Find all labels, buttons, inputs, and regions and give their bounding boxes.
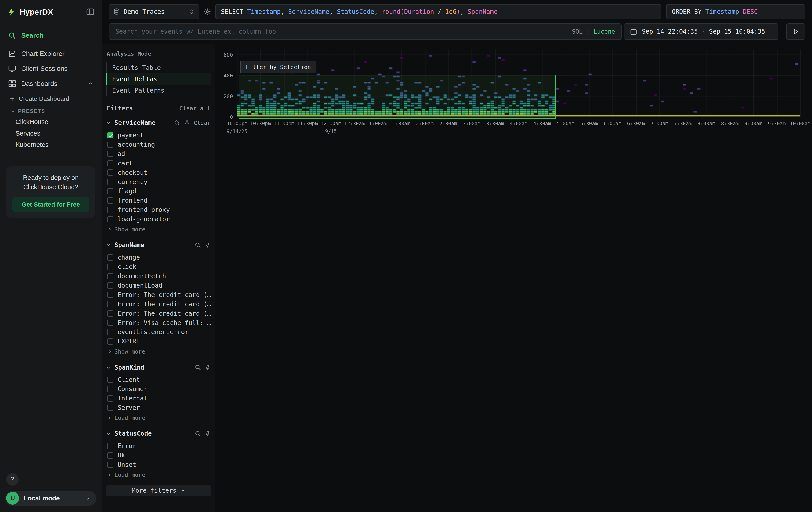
language-toggle-sql[interactable]: SQL bbox=[572, 28, 583, 35]
sidebar-item-client-sessions[interactable]: Client Sessions bbox=[0, 61, 102, 76]
run-search-button[interactable] bbox=[786, 23, 805, 40]
filter-checkbox-row[interactable]: accounting bbox=[106, 140, 211, 150]
checkbox[interactable] bbox=[107, 292, 113, 298]
filter-checkbox-row[interactable]: Error: Visa cache full: … bbox=[106, 318, 211, 327]
time-range-picker[interactable]: Sep 14 22:04:35 - Sep 15 10:04:35 bbox=[624, 23, 778, 40]
checkbox[interactable] bbox=[107, 179, 113, 185]
checkbox[interactable] bbox=[107, 132, 113, 138]
checkbox[interactable] bbox=[107, 462, 113, 468]
filter-group-title[interactable]: SpanKind bbox=[114, 364, 144, 371]
pin-icon[interactable] bbox=[184, 120, 190, 126]
chevron-down-icon[interactable] bbox=[106, 431, 111, 436]
source-settings-button[interactable] bbox=[203, 8, 211, 16]
sidebar-item-chart-explorer[interactable]: Chart Explorer bbox=[0, 46, 102, 61]
filter-checkbox-row[interactable]: Client bbox=[106, 375, 211, 384]
checkbox[interactable] bbox=[107, 386, 113, 392]
checkbox[interactable] bbox=[107, 273, 113, 279]
filter-group-title[interactable]: ServiceName bbox=[114, 119, 155, 127]
filter-checkbox-row[interactable]: Consumer bbox=[106, 384, 211, 394]
filter-checkbox-row[interactable]: Error: The credit card (… bbox=[106, 290, 211, 299]
data-source-select[interactable]: Demo Traces bbox=[109, 4, 199, 19]
checkbox[interactable] bbox=[107, 301, 113, 307]
checkbox[interactable] bbox=[107, 452, 113, 459]
analysis-mode-option[interactable]: Event Patterns bbox=[106, 85, 211, 96]
filter-checkbox-row[interactable]: ad bbox=[106, 149, 211, 159]
analysis-mode-option[interactable]: Results Table bbox=[106, 62, 211, 74]
load-more-link[interactable]: Load more bbox=[106, 470, 211, 479]
filter-by-selection-button[interactable]: Filter by Selection bbox=[240, 60, 316, 73]
sidebar-item-dashboards[interactable]: Dashboards bbox=[0, 76, 102, 91]
filter-checkbox-row[interactable]: documentFetch bbox=[106, 272, 211, 281]
filter-group-title[interactable]: StatusCode bbox=[114, 430, 152, 437]
help-button[interactable]: ? bbox=[6, 473, 19, 486]
chevron-down-icon[interactable] bbox=[106, 243, 111, 247]
sidebar-preset-item[interactable]: Services bbox=[0, 128, 102, 139]
filter-checkbox-row[interactable]: payment bbox=[106, 131, 211, 140]
checkbox[interactable] bbox=[107, 188, 113, 194]
order-by-input[interactable]: ORDER BY Timestamp DESC bbox=[666, 4, 805, 19]
checkbox[interactable] bbox=[107, 141, 113, 148]
checkbox[interactable] bbox=[107, 254, 113, 261]
search-bar[interactable]: SQL | Lucene bbox=[109, 23, 622, 40]
filter-checkbox-row[interactable]: Error: The credit card (… bbox=[106, 299, 211, 309]
filter-checkbox-row[interactable]: Internal bbox=[106, 394, 211, 403]
pin-icon[interactable] bbox=[205, 431, 211, 437]
search-icon[interactable] bbox=[195, 431, 201, 437]
filter-checkbox-row[interactable]: Unset bbox=[106, 460, 211, 469]
filter-group-title[interactable]: SpanName bbox=[114, 241, 144, 249]
search-icon[interactable] bbox=[174, 120, 180, 126]
sidebar-preset-item[interactable]: Kubernetes bbox=[0, 139, 102, 151]
filter-checkbox-row[interactable]: flagd bbox=[106, 187, 211, 196]
select-clause-input[interactable]: SELECT Timestamp, ServiceName, StatusCod… bbox=[215, 4, 661, 19]
presets-toggle[interactable]: PRESETS bbox=[0, 105, 102, 116]
sidebar-preset-item[interactable]: ClickHouse bbox=[0, 116, 102, 128]
filter-checkbox-row[interactable]: load-generator bbox=[106, 215, 211, 224]
clear-all-filters-link[interactable]: Clear all bbox=[179, 105, 210, 111]
checkbox[interactable] bbox=[107, 216, 113, 222]
filter-checkbox-row[interactable]: click bbox=[106, 262, 211, 272]
checkbox[interactable] bbox=[107, 339, 113, 345]
show-more-link[interactable]: Show more bbox=[106, 225, 211, 234]
create-dashboard-button[interactable]: Create Dashboard bbox=[0, 91, 102, 105]
chevron-down-icon[interactable] bbox=[106, 120, 111, 125]
filter-checkbox-row[interactable]: frontend bbox=[106, 196, 211, 205]
filter-checkbox-row[interactable]: frontend-proxy bbox=[106, 205, 211, 215]
chart-selection-region[interactable] bbox=[238, 75, 556, 119]
checkbox[interactable] bbox=[107, 329, 113, 335]
sidebar-item-search[interactable]: Search bbox=[0, 28, 102, 43]
get-started-button[interactable]: Get Started for Free bbox=[12, 197, 89, 212]
filter-checkbox-row[interactable]: change bbox=[106, 253, 211, 262]
checkbox[interactable] bbox=[107, 395, 113, 402]
more-filters-button[interactable]: More filters bbox=[106, 485, 211, 496]
clear-filter-link[interactable]: Clear bbox=[194, 119, 211, 126]
collapse-sidebar-button[interactable] bbox=[86, 8, 94, 15]
checkbox[interactable] bbox=[107, 151, 113, 157]
filter-checkbox-row[interactable]: Error: The credit card (… bbox=[106, 309, 211, 318]
filter-checkbox-row[interactable]: EXPIRE bbox=[106, 337, 211, 346]
search-input[interactable] bbox=[115, 28, 572, 35]
checkbox[interactable] bbox=[107, 160, 113, 166]
checkbox[interactable] bbox=[107, 264, 113, 270]
search-icon[interactable] bbox=[195, 364, 201, 371]
checkbox[interactable] bbox=[107, 207, 113, 213]
checkbox[interactable] bbox=[107, 197, 113, 204]
pin-icon[interactable] bbox=[205, 364, 211, 371]
checkbox[interactable] bbox=[107, 443, 113, 449]
analysis-mode-option[interactable]: Event Deltas bbox=[106, 74, 211, 85]
filter-checkbox-row[interactable]: documentLoad bbox=[106, 281, 211, 290]
filter-checkbox-row[interactable]: currency bbox=[106, 177, 211, 187]
chevron-down-icon[interactable] bbox=[106, 365, 111, 370]
filter-checkbox-row[interactable]: Ok bbox=[106, 451, 211, 460]
filter-checkbox-row[interactable]: Error bbox=[106, 441, 211, 451]
search-icon[interactable] bbox=[195, 242, 201, 248]
checkbox[interactable] bbox=[107, 320, 113, 326]
checkbox[interactable] bbox=[107, 405, 113, 411]
checkbox[interactable] bbox=[107, 282, 113, 289]
show-more-link[interactable]: Show more bbox=[106, 347, 211, 356]
filter-checkbox-row[interactable]: checkout bbox=[106, 168, 211, 177]
load-more-link[interactable]: Load more bbox=[106, 413, 211, 422]
user-menu[interactable]: U Local mode bbox=[5, 491, 96, 506]
language-toggle-lucene[interactable]: Lucene bbox=[593, 28, 615, 35]
checkbox[interactable] bbox=[107, 169, 113, 176]
filter-checkbox-row[interactable]: Server bbox=[106, 403, 211, 412]
